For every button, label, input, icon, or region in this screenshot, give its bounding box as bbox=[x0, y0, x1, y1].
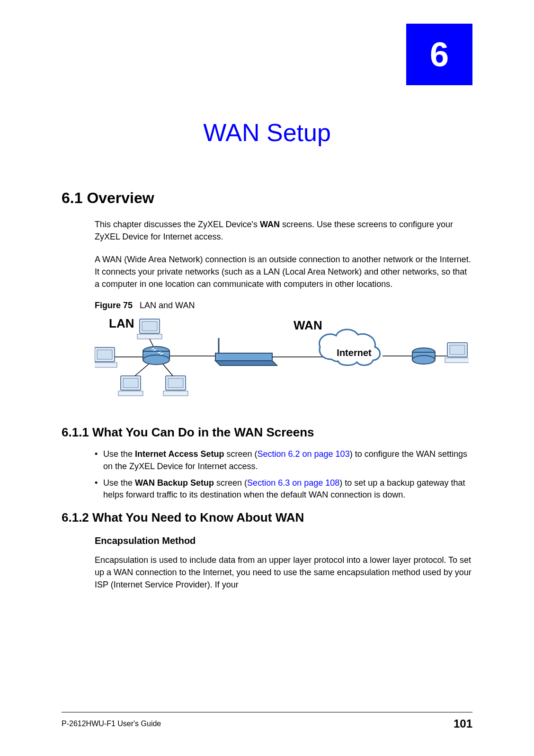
gateway-icon bbox=[215, 338, 277, 365]
figure-caption-text: LAN and WAN bbox=[140, 301, 195, 310]
bullet-1: Use the Internet Access Setup screen (Se… bbox=[95, 448, 472, 472]
internet-cloud-icon: Internet bbox=[320, 329, 380, 365]
footer-guide: P-2612HWU-F1 User's Guide bbox=[62, 720, 161, 728]
b1-a: Use the bbox=[103, 449, 135, 459]
svg-rect-2 bbox=[137, 334, 162, 339]
b2-c: screen ( bbox=[214, 478, 247, 488]
bullet-2: Use the WAN Backup Setup screen (Section… bbox=[95, 477, 472, 501]
section-6-1-body: This chapter discusses the ZyXEL Device'… bbox=[95, 218, 472, 416]
b2-a: Use the bbox=[103, 478, 135, 488]
footer-page-number: 101 bbox=[454, 717, 472, 730]
section-6-1-1-heading: 6.1.1 What You Can Do in the WAN Screens bbox=[62, 425, 472, 440]
para-1-b: WAN bbox=[260, 220, 280, 229]
lan-wan-diagram: LAN WAN bbox=[95, 314, 469, 400]
figure-caption: Figure 75 LAN and WAN bbox=[95, 301, 472, 311]
para-1-a: This chapter discusses the ZyXEL Device'… bbox=[95, 220, 260, 229]
svg-rect-31 bbox=[445, 358, 469, 363]
b1-c: screen ( bbox=[224, 449, 257, 459]
b2-b: WAN Backup Setup bbox=[135, 478, 214, 488]
para-1: This chapter discusses the ZyXEL Device'… bbox=[95, 218, 472, 243]
wan-label: WAN bbox=[294, 318, 322, 332]
svg-rect-8 bbox=[118, 391, 143, 396]
b2-link[interactable]: Section 6.3 on page 108 bbox=[247, 478, 339, 488]
lan-router-icon bbox=[143, 347, 169, 365]
b1-link[interactable]: Section 6.2 on page 103 bbox=[257, 449, 349, 459]
cloud-label: Internet bbox=[337, 347, 372, 358]
page: 6 WAN Setup 6.1 Overview This chapter di… bbox=[0, 0, 534, 756]
b1-b: Internet Access Setup bbox=[135, 449, 224, 459]
bullet-list: Use the Internet Access Setup screen (Se… bbox=[95, 448, 472, 501]
svg-point-18 bbox=[143, 355, 169, 365]
encapsulation-heading: Encapsulation Method bbox=[95, 535, 472, 546]
svg-rect-10 bbox=[168, 378, 183, 388]
svg-rect-5 bbox=[95, 363, 117, 367]
encapsulation-para: Encapsulation is used to include data fr… bbox=[95, 554, 472, 591]
section-6-1-1-body: Use the Internet Access Setup screen (Se… bbox=[95, 448, 472, 501]
section-6-1-2-heading: 6.1.2 What You Need to Know About WAN bbox=[62, 510, 472, 525]
chapter-title: WAN Setup bbox=[0, 118, 534, 147]
remote-router-icon bbox=[412, 348, 435, 364]
svg-rect-11 bbox=[163, 391, 188, 396]
svg-rect-4 bbox=[97, 350, 112, 359]
para-2: A WAN (Wide Area Network) connection is … bbox=[95, 253, 472, 290]
section-6-1-2-body: Encapsulation Method Encapsulation is us… bbox=[95, 535, 472, 591]
svg-rect-7 bbox=[123, 378, 138, 388]
svg-rect-30 bbox=[450, 345, 465, 355]
section-6-1-heading: 6.1 Overview bbox=[62, 189, 472, 207]
svg-rect-21 bbox=[215, 353, 272, 361]
lan-label: LAN bbox=[109, 316, 134, 330]
figure-number: Figure 75 bbox=[95, 301, 133, 310]
page-footer: P-2612HWU-F1 User's Guide 101 bbox=[62, 712, 472, 730]
chapter-number: 6 bbox=[430, 35, 449, 74]
svg-point-27 bbox=[412, 356, 435, 364]
lan-pc-icon bbox=[95, 319, 188, 396]
content-area: 6.1 Overview This chapter discusses the … bbox=[62, 189, 472, 602]
svg-marker-22 bbox=[215, 361, 277, 365]
chapter-number-box: 6 bbox=[406, 24, 472, 85]
remote-pc-icon bbox=[445, 343, 469, 363]
svg-rect-1 bbox=[142, 321, 157, 331]
